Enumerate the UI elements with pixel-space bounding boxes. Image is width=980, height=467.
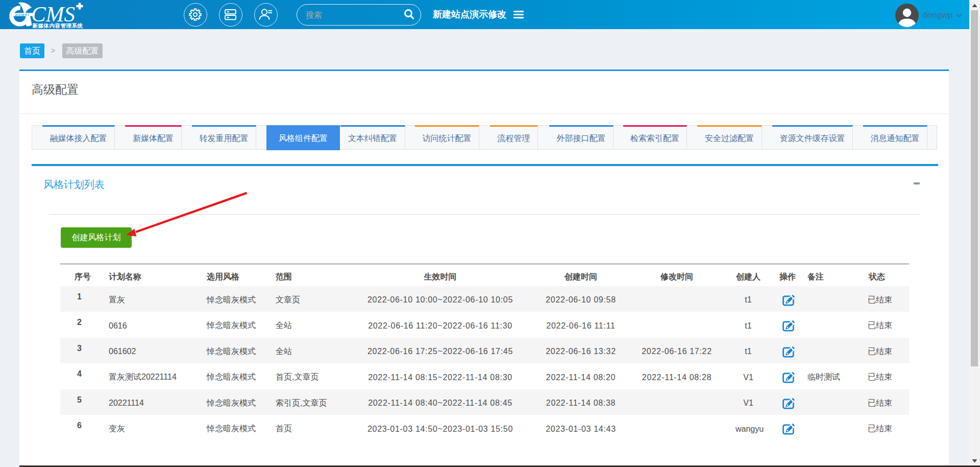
svg-text:新媒体内容管理系统: 新媒体内容管理系统: [32, 22, 83, 29]
svg-text:power: power: [15, 12, 30, 17]
